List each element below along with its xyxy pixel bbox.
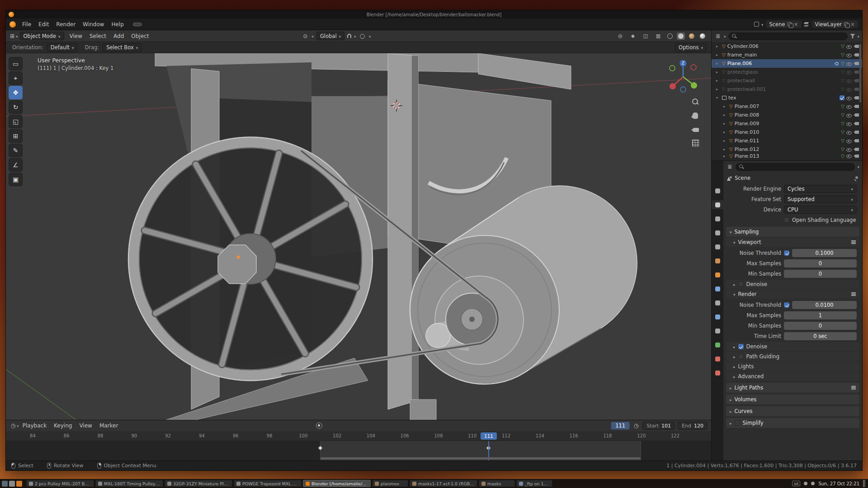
taskbar-window-masks[interactable]: masks — [479, 480, 515, 487]
outliner-row-cylinder-006[interactable]: Cylinder.006 — [712, 42, 862, 51]
blender-menu-logo-icon[interactable] — [9, 21, 16, 28]
new-view-layer-icon[interactable] — [844, 22, 848, 26]
object-name[interactable]: Plane.006 — [727, 61, 752, 66]
path-guiding-header[interactable]: Path Guiding — [726, 352, 859, 361]
hide-in-viewport-eye-icon[interactable] — [846, 95, 852, 101]
disable-in-renders-camera-icon[interactable] — [854, 61, 859, 66]
workspace-tab-rendering[interactable] — [196, 23, 205, 26]
show-overlays-icon[interactable]: ◫ — [641, 32, 651, 41]
disable-in-renders-camera-icon[interactable] — [854, 52, 859, 57]
view-layer-icon[interactable] — [804, 22, 809, 27]
editor-type-caret[interactable] — [16, 33, 18, 39]
current-frame-field[interactable]: 111 — [611, 422, 630, 430]
disable-in-renders-camera-icon[interactable] — [854, 70, 859, 75]
workspace-tab-sculpting[interactable] — [151, 23, 160, 26]
object-name[interactable]: Plane.008 — [735, 112, 760, 118]
drag-mode-dropdown[interactable]: Select Box — [103, 43, 142, 52]
modifiers-tab[interactable] — [712, 284, 723, 293]
expand-caret-icon[interactable] — [716, 96, 720, 100]
add-cube-tool[interactable]: ▣ — [9, 173, 23, 186]
pivot-caret[interactable] — [311, 33, 314, 39]
simplify-header[interactable]: Simplify — [726, 418, 859, 428]
outliner-row-protectwall[interactable]: protectwall — [712, 76, 862, 85]
menu-item[interactable]: Help — [108, 20, 127, 29]
jump-to-start-button[interactable] — [328, 422, 337, 430]
taskbar-launcher-icon[interactable] — [16, 481, 22, 487]
taskbar-window-pulley[interactable]: 2 pcs Pulley MXL-20T Bore Size 4/5... — [26, 480, 94, 487]
toggle-xray-icon[interactable]: ▥ — [653, 32, 663, 41]
menu-item[interactable]: Edit — [35, 20, 52, 29]
workspace-tab-texture-paint[interactable] — [169, 23, 178, 26]
denoise-header[interactable]: Denoise — [726, 342, 859, 351]
select-box-tool[interactable]: ▭ — [9, 57, 23, 70]
measure-tool[interactable]: ∠ — [9, 158, 23, 172]
disable-in-renders-camera-icon[interactable] — [854, 130, 859, 135]
properties-options-caret[interactable] — [857, 164, 859, 170]
preset-menu-icon[interactable] — [851, 387, 856, 388]
snap-magnet-icon[interactable] — [347, 34, 351, 38]
pan-hand-icon[interactable] — [691, 112, 699, 120]
taskbar-window-powge[interactable]: POWGE Trapezoid MXL Open Sync... — [234, 480, 302, 487]
scene-dropdown-caret[interactable] — [761, 21, 764, 28]
outliner-scrollbar[interactable] — [859, 44, 861, 103]
expand-caret-icon[interactable] — [723, 104, 727, 108]
hide-in-viewport-eye-icon[interactable] — [846, 147, 852, 152]
object-name[interactable]: frame_main — [727, 52, 757, 58]
object-name[interactable]: protectwall — [727, 78, 755, 84]
jump-to-end-button[interactable] — [377, 422, 387, 430]
expand-caret-icon[interactable] — [716, 61, 720, 66]
viewport-menu-item[interactable]: Object — [127, 32, 152, 41]
play-reverse-button[interactable] — [348, 422, 357, 430]
expand-caret-icon[interactable] — [716, 53, 720, 57]
3d-viewport[interactable]: User Perspective (111) 1 | Cylinder.004 … — [6, 53, 711, 420]
navigation-gizmo[interactable]: Z — [665, 58, 701, 94]
constraints-tab[interactable] — [712, 326, 723, 335]
object-name[interactable]: Plane.010 — [735, 129, 760, 135]
keyboard-layout-indicator[interactable]: us — [792, 481, 800, 486]
expand-caret-icon[interactable] — [723, 130, 727, 134]
viewport-denoise-header[interactable]: Denoise — [726, 280, 859, 289]
feature-set-dropdown[interactable]: Supported — [784, 195, 857, 203]
disable-in-renders-camera-icon[interactable] — [854, 154, 859, 158]
orthographic-grid-icon[interactable] — [692, 140, 699, 146]
workspace-tab-scripting[interactable] — [223, 23, 232, 26]
viewport-max-samples-field[interactable]: 0 — [784, 259, 857, 267]
object-name[interactable]: protectglass — [727, 69, 758, 75]
texture-tab[interactable] — [712, 368, 723, 377]
hide-in-viewport-eye-icon[interactable] — [846, 52, 852, 58]
material-preview-icon[interactable] — [688, 33, 696, 40]
outliner-display-mode-caret[interactable] — [724, 33, 726, 39]
object-name[interactable]: tex — [728, 95, 736, 101]
viewport-menu-item[interactable]: View — [66, 32, 86, 41]
outliner-row-frame-main[interactable]: frame_main — [712, 51, 862, 59]
workspace-tab-uv-editing[interactable] — [160, 23, 169, 26]
world-tab[interactable] — [712, 256, 723, 265]
viewport-denoise-checkbox[interactable] — [738, 282, 744, 287]
start-frame-field[interactable]: Start 101 — [642, 422, 675, 430]
disable-in-renders-camera-icon[interactable] — [854, 78, 859, 83]
menu-item[interactable]: Window — [79, 20, 108, 29]
render-noise-threshold-checkbox[interactable] — [784, 302, 789, 308]
taskbar-window-planetary-dc[interactable]: 32GP-31ZY Miniature Planetary DC ... — [165, 480, 232, 487]
annotate-tool[interactable]: ✎ — [9, 144, 23, 157]
transform-tool[interactable]: ⊞ — [9, 129, 23, 143]
curves-header[interactable]: Curves — [726, 406, 859, 416]
hide-in-viewport-eye-icon[interactable] — [846, 154, 852, 158]
view-layer-selector[interactable]: ViewLayer — [811, 20, 859, 28]
object-name[interactable]: Plane.011 — [735, 138, 760, 144]
expand-caret-icon[interactable] — [716, 44, 720, 48]
volume-tray-icon[interactable] — [811, 482, 815, 485]
hide-in-viewport-eye-icon[interactable] — [846, 138, 852, 144]
previous-keyframe-button[interactable] — [338, 422, 347, 430]
render-sampling-header[interactable]: Render — [726, 290, 859, 299]
workspace-tab-modeling[interactable] — [142, 23, 151, 26]
object-name[interactable]: Plane.013 — [735, 154, 760, 158]
unlink-scene-icon[interactable] — [794, 21, 798, 28]
auto-keying-button[interactable] — [316, 422, 322, 429]
end-frame-field[interactable]: End 120 — [678, 422, 708, 430]
orientation-settings-dropdown[interactable]: Default — [47, 43, 78, 52]
physics-tab[interactable] — [712, 312, 723, 321]
outliner-search[interactable] — [728, 33, 848, 40]
playback-sync-icon[interactable] — [632, 422, 640, 429]
timeline-menu-item[interactable]: Marker — [96, 421, 122, 430]
